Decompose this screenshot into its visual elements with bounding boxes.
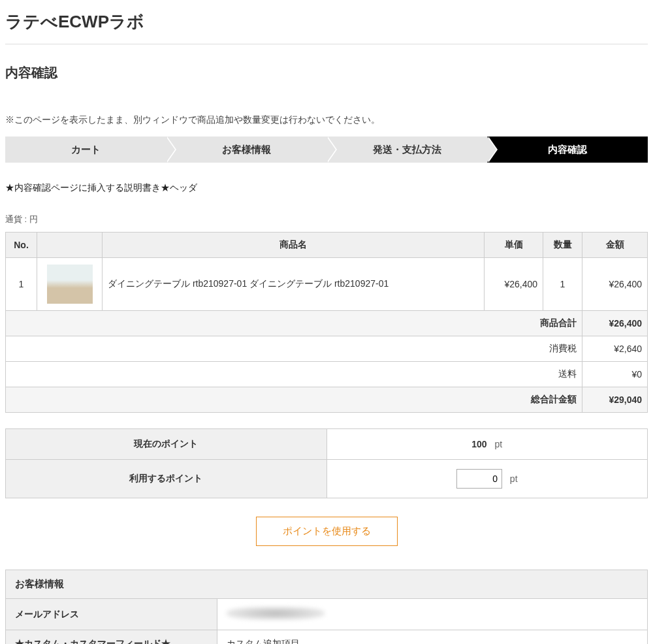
summary-value: ¥2,640 <box>582 336 648 362</box>
notice-text: ※このページを表示したまま、別ウィンドウで商品追加や数量変更は行わないでください… <box>5 114 648 126</box>
summary-label: 総合計金額 <box>6 387 582 413</box>
col-thumb <box>37 233 103 258</box>
use-points-button[interactable]: ポイントを使用する <box>256 517 398 546</box>
cell-no: 1 <box>6 258 37 311</box>
progress-steps: カート お客様情報 発送・支払方法 内容確認 <box>5 137 648 163</box>
step-confirm: 内容確認 <box>487 137 648 163</box>
site-title: ラテべECWPラボ <box>5 7 648 33</box>
summary-row-total: 総合計金額 ¥29,040 <box>6 387 648 413</box>
summary-row-shipping: 送料 ¥0 <box>6 362 648 387</box>
step-cart[interactable]: カート <box>5 137 166 163</box>
points-use-label: 利用するポイント <box>6 460 327 498</box>
info-value <box>217 599 648 630</box>
step-delivery[interactable]: 発送・支払方法 <box>326 137 487 163</box>
step-customer[interactable]: お客様情報 <box>166 137 326 163</box>
page-heading: 内容確認 <box>5 64 648 82</box>
points-table: 現在のポイント 100 pt 利用するポイント pt <box>5 428 648 498</box>
table-row: メールアドレス <box>6 599 648 630</box>
customer-info-table: お客様情報 メールアドレス ★カスタム・カスタマーフィールド★ カスタム追加項目… <box>5 570 648 644</box>
cell-qty: 1 <box>543 258 582 311</box>
cell-name: ダイニングテーブル rtb210927-01 ダイニングテーブル rtb2109… <box>103 258 485 311</box>
info-label: ★カスタム・カスタマーフィールド★ <box>6 630 217 645</box>
points-current-label: 現在のポイント <box>6 429 327 460</box>
divider <box>5 44 648 44</box>
points-unit: pt <box>510 474 518 484</box>
info-value: カスタム追加項目 <box>217 630 648 645</box>
summary-label: 商品合計 <box>6 311 582 336</box>
cell-thumb <box>37 258 103 311</box>
cell-unit-price: ¥26,400 <box>485 258 543 311</box>
summary-value: ¥0 <box>582 362 648 387</box>
cell-amount: ¥26,400 <box>582 258 648 311</box>
table-row: 1 ダイニングテーブル rtb210927-01 ダイニングテーブル rtb21… <box>6 258 648 311</box>
col-name: 商品名 <box>103 233 485 258</box>
blurred-email <box>227 607 325 620</box>
col-qty: 数量 <box>543 233 582 258</box>
customer-section-title: お客様情報 <box>6 570 648 599</box>
summary-value: ¥26,400 <box>582 311 648 336</box>
summary-label: 消費税 <box>6 336 582 362</box>
info-label: メールアドレス <box>6 599 217 630</box>
product-image <box>47 265 93 304</box>
col-unit-price: 単価 <box>485 233 543 258</box>
col-no: No. <box>6 233 37 258</box>
points-use-input[interactable] <box>456 469 502 489</box>
cart-table: No. 商品名 単価 数量 金額 1 ダイニングテーブル rtb210927-0… <box>5 232 648 413</box>
summary-row-subtotal: 商品合計 ¥26,400 <box>6 311 648 336</box>
points-current-value: 100 pt <box>326 429 648 460</box>
table-row: ★カスタム・カスタマーフィールド★ カスタム追加項目 <box>6 630 648 645</box>
summary-value: ¥29,040 <box>582 387 648 413</box>
header-note: ★内容確認ページに挿入する説明書き★ヘッダ <box>5 182 648 194</box>
col-amount: 金額 <box>582 233 648 258</box>
currency-label: 通貨 : 円 <box>5 214 648 225</box>
summary-label: 送料 <box>6 362 582 387</box>
summary-row-tax: 消費税 ¥2,640 <box>6 336 648 362</box>
